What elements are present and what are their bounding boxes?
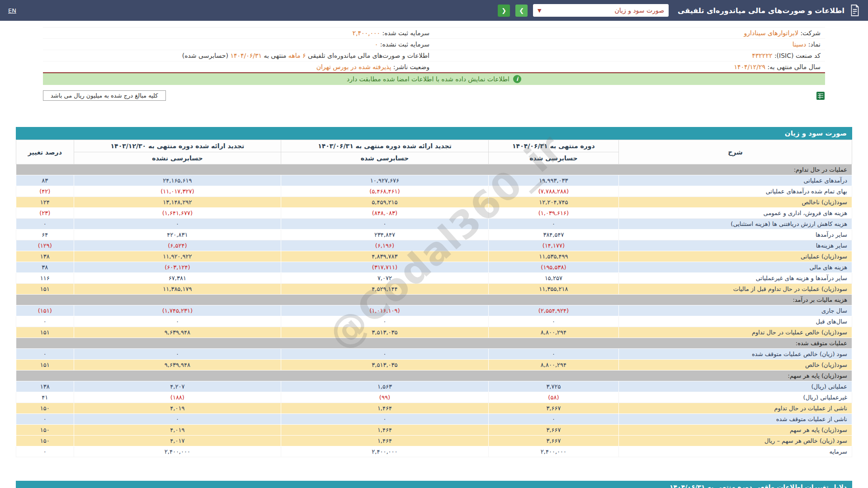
statement-row: سود(زیان) خالص عملیات در حال تداوم۸,۸۰۰,… xyxy=(16,327,852,338)
statement-select[interactable]: صورت سود و زیان ▼ xyxy=(533,4,669,17)
excel-export-icon[interactable] xyxy=(816,91,825,100)
value-cell: (۱,۰۱۶,۱۰۹) xyxy=(281,305,489,316)
row-label: درآمدهای عملیاتی xyxy=(619,175,852,186)
value-cell: ۲,۴۰۰,۰۰۰ xyxy=(488,446,618,457)
symbol-label: نماد: xyxy=(808,41,821,48)
value-cell: ۴,۵۲۹,۱۴۴ xyxy=(281,284,489,295)
row-label: سود (زیان) خالص عملیات متوقف شده xyxy=(619,349,852,360)
fiscal-year-label: سال مالی منتهی به: xyxy=(768,63,821,70)
value-cell: ۱۲,۲۰۴,۷۴۵ xyxy=(488,197,618,208)
value-cell: ۰ xyxy=(281,414,489,425)
unregistered-capital-field: سرمایه ثبت نشده: ۰ xyxy=(43,39,434,50)
statement-row: بهای تمام شده درآمدهای عملیاتی(۷,۷۸۸,۲۸۸… xyxy=(16,186,852,197)
value-cell: (۸۴۸,۰۸۳) xyxy=(281,208,489,219)
col-subheader-unaudited-3: حسابرسی نشده xyxy=(74,152,281,164)
value-cell: ۱۵۱ xyxy=(16,284,74,295)
value-cell: ۰ xyxy=(488,349,618,360)
registered-capital-value: ۲,۴۰۰,۰۰۰ xyxy=(352,29,380,37)
statement-row: سایر درآمدها۳۸۴,۵۴۷۲۳۴,۸۴۷۴۲۰,۸۳۱۶۴ xyxy=(16,230,852,240)
value-cell: ۸۳ xyxy=(16,175,74,186)
statement-row: عملیاتی (ریال)۳,۷۲۵۱,۵۶۳۴,۲۰۷۱۳۸ xyxy=(16,381,852,392)
signed-info-text: اطلاعات نمایش داده شده با اطلاعات امضا ش… xyxy=(347,75,509,83)
section-row: عملیات در حال تداوم: xyxy=(16,164,852,175)
statement-row: ناشی از عملیات متوقف شده۰۰۰۰ xyxy=(16,414,852,425)
value-cell: ۱,۵۶۳ xyxy=(281,381,489,392)
value-cell: ۴,۰۱۹ xyxy=(74,425,281,436)
value-cell: ۰ xyxy=(281,349,489,360)
value-cell: ۹,۶۳۹,۹۴۸ xyxy=(74,360,281,371)
value-cell: ۳۸ xyxy=(16,262,74,273)
row-label: سایر درآمدها xyxy=(619,230,852,240)
section-label: سود(زیان) پایه هر سهم: xyxy=(16,371,852,381)
value-cell: (۱۱,۰۱۷,۳۲۷) xyxy=(74,186,281,197)
value-cell: ۸,۸۰۰,۲۹۴ xyxy=(488,360,618,371)
row-label: سود(زیان) خالص xyxy=(619,360,852,371)
header-row-periods: شرح دوره منتهی به ۱۴۰۴/۰۶/۳۱ تجدید ارائه… xyxy=(16,140,852,152)
changes-reason-bar: دلایل تغییرات اطلاعات واقعی دوره منتهی ب… xyxy=(16,481,852,488)
company-name-value: لابراتوارهای سینادارو xyxy=(744,29,798,37)
value-cell: ۱۵۰ xyxy=(16,436,74,446)
value-cell: ۷,۰۷۲ xyxy=(281,273,489,284)
value-cell: ۳,۵۱۳,۰۳۵ xyxy=(281,327,489,338)
value-cell: ۱,۴۶۴ xyxy=(281,403,489,414)
statement-row: سرمایه۲,۴۰۰,۰۰۰۲,۴۰۰,۰۰۰۲,۴۰۰,۰۰۰۰ xyxy=(16,446,852,457)
value-cell: ۱۵۰ xyxy=(16,403,74,414)
value-cell: (۱۴,۱۷۷) xyxy=(488,240,618,251)
value-cell: ۱۱,۹۲۰,۹۲۲ xyxy=(74,251,281,262)
prev-statement-button[interactable]: ❮ xyxy=(498,5,510,17)
value-cell: (۷,۷۸۸,۲۸۸) xyxy=(488,186,618,197)
value-cell: ۰ xyxy=(281,219,489,230)
language-toggle-en[interactable]: EN xyxy=(8,7,16,14)
value-cell: ۱۳۸ xyxy=(16,251,74,262)
report-period-length: ۶ ماهه xyxy=(288,52,306,59)
row-label: بهای تمام شده درآمدهای عملیاتی xyxy=(619,186,852,197)
report-period-audit-state: (حسابرسی شده) xyxy=(182,52,228,59)
statement-row: سال‌های قبل۰۰۰۰ xyxy=(16,316,852,327)
isic-field: کد صنعت (ISIC): ۴۳۲۲۲۲ xyxy=(434,50,825,61)
top-navbar: اطلاعات و صورت‌های مالی میاندوره‌ای تلفی… xyxy=(0,0,868,21)
section-label: هزینه مالیات بر درآمد: xyxy=(16,295,852,305)
value-cell: ۸,۸۰۰,۲۹۴ xyxy=(488,327,618,338)
company-info-section: شرکت: لابراتوارهای سینادارو سرمایه ثبت ش… xyxy=(43,27,825,73)
statement-row: سود(زیان) پایه هر سهم۳,۶۶۷۱,۴۶۴۴,۰۱۹۱۵۰ xyxy=(16,425,852,436)
section-row: سود(زیان) پایه هر سهم: xyxy=(16,371,852,381)
value-cell: ۱۱,۳۸۵,۱۷۹ xyxy=(74,284,281,295)
fiscal-year-field: سال مالی منتهی به: ۱۴۰۴/۱۲/۲۹ xyxy=(434,61,825,72)
value-cell: (۱۸۸) xyxy=(74,392,281,403)
value-cell: ۳۸۴,۵۴۷ xyxy=(488,230,618,240)
value-cell: ۲,۴۰۰,۰۰۰ xyxy=(281,446,489,457)
row-label: ناشی از عملیات در حال تداوم xyxy=(619,403,852,414)
value-cell: (۳۱۷,۷۱۱) xyxy=(281,262,489,273)
statement-row: ناشی از عملیات در حال تداوم۳,۶۶۷۱,۴۶۴۴,۰… xyxy=(16,403,852,414)
unregistered-capital-value: ۰ xyxy=(375,41,378,48)
statement-row: غیرعملیاتی (ریال)(۵۸)(۹۹)(۱۸۸)۴۱ xyxy=(16,392,852,403)
value-cell: ۰ xyxy=(74,349,281,360)
value-cell: ۵,۴۵۹,۲۱۵ xyxy=(281,197,489,208)
statement-table-body: عملیات در حال تداوم:درآمدهای عملیاتی۱۹,۹… xyxy=(16,164,852,457)
navbar-right-group: اطلاعات و صورت‌های مالی میاندوره‌ای تلفی… xyxy=(498,4,860,17)
value-cell: ۱۳۸ xyxy=(16,381,74,392)
row-label: سود(زیان) خالص عملیات در حال تداوم xyxy=(619,327,852,338)
row-label: سود (زیان) خالص هر سهم – ریال xyxy=(619,436,852,446)
statement-row: سود(زیان) عملیات در حال تداوم قبل از مال… xyxy=(16,284,852,295)
value-cell: ۱۵۱ xyxy=(16,360,74,371)
unregistered-capital-label: سرمایه ثبت نشده: xyxy=(380,41,429,48)
issuer-status-value: پذیرفته شده در بورس تهران xyxy=(316,63,392,70)
statement-row: هزینه های مالی(۱۹۵,۵۳۸)(۳۱۷,۷۱۱)(۶۰۳,۱۲۴… xyxy=(16,262,852,273)
value-cell: ۳,۶۶۷ xyxy=(488,436,618,446)
value-cell: ۲۴,۱۶۵,۶۱۹ xyxy=(74,175,281,186)
report-document-icon xyxy=(850,5,860,16)
value-cell: ۱۱۶ xyxy=(16,273,74,284)
col-header-period3: تجدید ارائه شده دوره منتهی به ۱۴۰۳/۱۲/۳۰ xyxy=(74,140,281,152)
statement-row: سایر هزینه‌ها(۱۴,۱۷۷)(۶,۱۹۶)(۶,۵۲۴)(۱۲۹) xyxy=(16,240,852,251)
value-cell: ۰ xyxy=(488,219,618,230)
col-header-description: شرح xyxy=(619,140,852,164)
value-cell: ۰ xyxy=(16,414,74,425)
value-cell: (۶۰۳,۱۲۴) xyxy=(74,262,281,273)
section-label: عملیات در حال تداوم: xyxy=(16,164,852,175)
company-name-field: شرکت: لابراتوارهای سینادارو xyxy=(434,28,825,39)
next-statement-button[interactable]: ❯ xyxy=(515,5,528,17)
symbol-field: نماد: دسینا xyxy=(434,39,825,50)
col-header-period2: تجدید ارائه شده دوره منتهی به ۱۴۰۳/۰۶/۳۱ xyxy=(281,140,489,152)
value-cell: ۱۱,۵۳۵,۴۹۹ xyxy=(488,251,618,262)
